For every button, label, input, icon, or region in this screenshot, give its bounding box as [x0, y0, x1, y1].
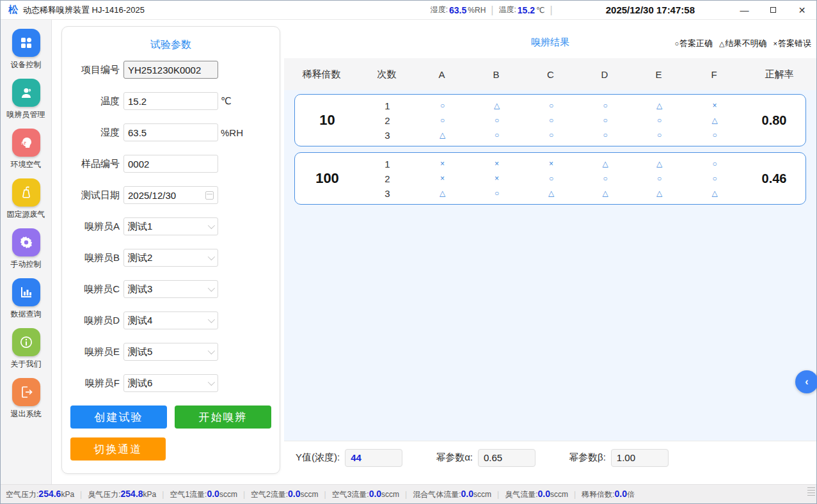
- sidebar-item-fixed-source-gas[interactable]: 固定源废气: [7, 178, 45, 220]
- chevron-down-icon: [208, 316, 215, 323]
- calendar-icon[interactable]: [205, 191, 214, 200]
- status-item: 空气压力:254.6kPa: [6, 489, 74, 500]
- chevron-down-icon: [208, 222, 215, 229]
- sidebar-item-data-query[interactable]: 数据查询: [11, 278, 42, 320]
- project-number-input[interactable]: YH251230K0002: [123, 61, 218, 79]
- status-value: 0.0: [288, 489, 300, 499]
- field-project-number: 项目编号 YH251230K0002: [62, 61, 280, 79]
- select-value: 测试3: [128, 283, 152, 295]
- field-label: 项目编号: [62, 64, 123, 76]
- temperature-unit: ℃: [536, 6, 544, 15]
- results-table-body: 10123○○△△○○○○○○○○△○○×△○0.80100123××△××○×…: [284, 90, 816, 441]
- marks-column: ×○△: [524, 157, 578, 201]
- result-mark: △: [656, 186, 662, 201]
- nav-sidebar: 设备控制 嗅辨员管理 环境空气 固定源废气 手动控制: [1, 20, 52, 484]
- header-f: F: [686, 69, 742, 80]
- marks-column: △○○: [632, 98, 686, 143]
- humidity-unit: %RH: [468, 6, 486, 15]
- sidebar-item-exit-system[interactable]: 退出系统: [11, 378, 42, 420]
- switch-channel-button[interactable]: 切换通道: [70, 437, 166, 461]
- status-item: 臭气流量:0.0sccm: [505, 489, 568, 500]
- field-sniffer-a: 嗅辨员A 测试1: [62, 217, 280, 235]
- status-item: 空气1流量:0.0sccm: [170, 489, 237, 500]
- marks-column: ××○: [470, 157, 524, 201]
- y-value-input[interactable]: 44: [345, 449, 402, 467]
- sidebar-item-label: 手动控制: [11, 259, 42, 270]
- status-value: 0.0: [538, 489, 550, 499]
- status-item: 空气2流量:0.0sccm: [251, 489, 318, 500]
- title-bar: 松 动态稀释嗅辨装置 HJ-1416-2025 湿度: 63.5 %RH | 温…: [1, 1, 816, 20]
- sniffer-b-select[interactable]: 测试2: [123, 249, 218, 267]
- separator: |: [491, 4, 493, 16]
- correct-rate-value: 0.80: [743, 113, 805, 128]
- status-unit: kPa: [61, 490, 74, 499]
- field-label: 嗅辨员A: [62, 221, 123, 233]
- humidity-value: 63.5: [449, 5, 466, 15]
- status-value: 0.0: [461, 489, 473, 499]
- sidebar-item-label: 设备控制: [11, 59, 42, 70]
- chevron-down-icon: [208, 379, 215, 386]
- alpha-input[interactable]: 0.65: [478, 449, 535, 467]
- minimize-button[interactable]: —: [730, 1, 759, 19]
- sidebar-item-about-us[interactable]: 关于我们: [11, 328, 42, 370]
- app-window: 松 动态稀释嗅辨装置 HJ-1416-2025 湿度: 63.5 %RH | 温…: [0, 0, 817, 504]
- trial-numbers: 123: [360, 98, 415, 143]
- results-legend: ○答案正确 △结果不明确 ×答案错误: [674, 38, 811, 49]
- status-label: 臭气压力:: [88, 489, 120, 500]
- resize-grip[interactable]: [807, 487, 815, 501]
- field-label: 嗅辨员F: [62, 377, 123, 390]
- sidebar-item-ambient-air[interactable]: 环境空气: [11, 129, 42, 170]
- sidebar-item-manual-control[interactable]: 手动控制: [11, 228, 42, 270]
- sniffer-c-select[interactable]: 测试3: [123, 280, 218, 298]
- sniffer-a-select[interactable]: 测试1: [123, 217, 218, 235]
- status-label: 混合气体流量:: [413, 489, 461, 500]
- field-label: 温度: [62, 95, 123, 107]
- sidebar-item-sniffer-management[interactable]: 嗅辨员管理: [7, 79, 45, 120]
- create-test-button[interactable]: 创建试验: [70, 406, 167, 429]
- header-e: E: [631, 69, 686, 80]
- field-temperature: 温度 15.2 ℃: [62, 92, 280, 110]
- sidebar-item-label: 退出系统: [11, 409, 42, 420]
- temperature-value: 15.2: [518, 5, 535, 15]
- marks-column: △○△: [632, 157, 686, 201]
- header-rate: 正解率: [742, 68, 816, 81]
- results-table-header: 稀释倍数 次数 A B C D E F 正解率: [284, 58, 816, 90]
- marks-column: ×△○: [686, 98, 743, 143]
- beta-input[interactable]: 1.00: [611, 449, 669, 467]
- sniffer-d-select[interactable]: 测试4: [123, 311, 218, 329]
- humidity-input[interactable]: 63.5: [123, 123, 218, 141]
- select-value: 测试6: [128, 377, 152, 390]
- select-value: 测试1: [128, 221, 152, 233]
- beta-label: 幂参数β:: [569, 452, 606, 464]
- flask-icon: [12, 178, 40, 207]
- temperature-unit: ℃: [221, 95, 232, 107]
- field-label: 嗅辨员B: [62, 252, 123, 264]
- alpha-label: 幂参数α:: [436, 452, 473, 464]
- status-label: 空气3流量:: [332, 489, 369, 500]
- result-row[interactable]: 100123××△××○×○△△○△△○△○○△0.46: [294, 152, 806, 205]
- sniffer-f-select[interactable]: 测试6: [123, 374, 218, 392]
- sidebar-item-label: 环境空气: [11, 159, 42, 170]
- sidebar-item-device-control[interactable]: 设备控制: [11, 29, 42, 70]
- marks-column: ××△: [415, 157, 470, 201]
- grid-icon: [12, 29, 40, 57]
- sample-number-input[interactable]: 0002: [123, 155, 218, 173]
- maximize-button[interactable]: [759, 1, 788, 19]
- field-humidity: 湿度 63.5 %RH: [62, 123, 280, 141]
- result-mark: ○: [549, 98, 553, 113]
- chevron-down-icon: [208, 285, 215, 292]
- status-value: 0.0: [369, 489, 381, 499]
- close-button[interactable]: ✕: [788, 1, 816, 19]
- marks-column: △○△: [578, 157, 632, 201]
- result-mark: △: [548, 186, 554, 201]
- field-label: 嗅辨员C: [62, 283, 123, 295]
- sniffer-e-select[interactable]: 测试5: [123, 343, 218, 361]
- start-sniff-button[interactable]: 开始嗅辨: [175, 406, 271, 429]
- field-label: 测试日期: [62, 189, 123, 201]
- result-mark: ○: [440, 98, 445, 113]
- header-d: D: [578, 69, 631, 80]
- drawer-collapse-button[interactable]: ‹: [795, 370, 817, 393]
- temperature-input[interactable]: 15.2: [123, 92, 218, 110]
- test-date-input[interactable]: 2025/12/30: [123, 186, 218, 204]
- result-row[interactable]: 10123○○△△○○○○○○○○△○○×△○0.80: [294, 94, 806, 146]
